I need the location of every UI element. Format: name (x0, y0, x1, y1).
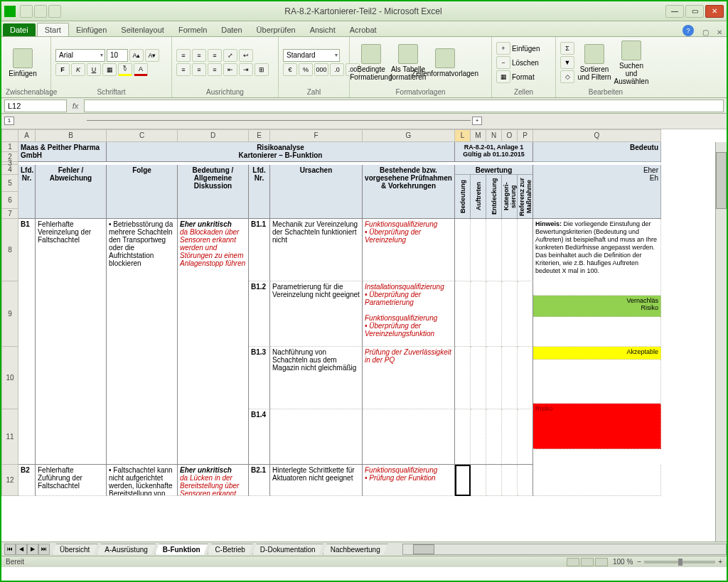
cell[interactable]: Bestehende bzw. vorgesehene Prüfnahmen &… (363, 165, 455, 219)
cell[interactable]: Lfd. Nr. (249, 165, 270, 219)
cell[interactable]: Auftreten (471, 175, 486, 219)
cell-grid[interactable]: Maas & Peither Pharma GmbHRisikoanalyseK… (18, 142, 661, 496)
tab-start[interactable]: Start (37, 23, 69, 36)
cell[interactable]: Bedeutung (455, 175, 471, 219)
paste-button[interactable]: Einfügen (6, 48, 40, 77)
cell[interactable]: Lfd. Nr. (18, 165, 36, 219)
horizontal-scrollbar[interactable] (402, 544, 727, 555)
cell[interactable]: B1 (18, 219, 36, 465)
align-left-icon[interactable]: ≡ (176, 63, 191, 76)
tab-ansicht[interactable]: Ansicht (303, 23, 343, 36)
cell[interactable] (471, 219, 486, 281)
cell[interactable]: Entdeckung (486, 175, 502, 219)
cell[interactable]: Installationsqualifizierung• Überprüfung… (363, 281, 455, 347)
cell[interactable] (502, 219, 518, 281)
column-header-B[interactable]: B (36, 129, 107, 142)
cell[interactable] (486, 281, 502, 347)
cell[interactable] (455, 219, 471, 281)
column-header-F[interactable]: F (270, 129, 363, 142)
cell[interactable]: Maas & Peither Pharma GmbH (18, 142, 107, 162)
cell[interactable]: Fehlerhafte Vereinzelung der Faltschacht… (36, 219, 107, 465)
cell[interactable] (270, 409, 363, 465)
cell[interactable] (533, 465, 661, 496)
inc-decimal-icon[interactable]: .0 (330, 63, 344, 76)
doc-close-icon[interactable]: ✕ (712, 28, 727, 36)
cell[interactable] (455, 281, 471, 347)
sheet-tab-übersicht[interactable]: Übersicht (52, 544, 97, 555)
tab-acrobat[interactable]: Acrobat (343, 23, 384, 36)
column-header-D[interactable]: D (178, 129, 249, 142)
font-color-icon[interactable]: A (134, 63, 148, 76)
align-top-icon[interactable]: ≡ (176, 49, 191, 62)
align-center-icon[interactable]: ≡ (192, 63, 206, 76)
indent-inc-icon[interactable]: ⇥ (239, 63, 253, 76)
cell[interactable]: Fehlerhafte Zuführung der Faltschachtel (36, 465, 107, 496)
cell[interactable] (455, 409, 471, 465)
cell[interactable]: B1.4 (249, 409, 270, 465)
cell[interactable]: RisikoanalyseKartonierer – B-Funktion (107, 142, 455, 162)
orientation-icon[interactable]: ⤢ (223, 49, 237, 62)
row-header-11[interactable]: 11 (1, 409, 18, 465)
row-header-4[interactable]: 4 (1, 165, 18, 175)
cell[interactable] (471, 347, 486, 409)
cell[interactable]: Akzeptable (533, 347, 661, 360)
cell[interactable]: Bedeutu (533, 142, 661, 162)
cell[interactable] (486, 347, 502, 409)
find-select-button[interactable]: Suchen und Auswählen (614, 41, 648, 85)
fill-icon[interactable]: ▼ (560, 56, 574, 69)
selected-cell[interactable] (455, 465, 471, 496)
column-header-G[interactable]: G (363, 129, 455, 142)
column-header-E[interactable]: E (249, 129, 270, 142)
cell[interactable]: B1.3 (249, 347, 270, 409)
cell[interactable] (486, 409, 502, 465)
cell[interactable]: Hinweis: Die vorliegende Einstufung der … (533, 219, 661, 296)
sheet-tab-d-dokumentation[interactable]: D-Dokumentation (252, 544, 323, 555)
column-header-M[interactable]: M (471, 129, 486, 142)
grow-font-icon[interactable]: A▴ (129, 49, 144, 62)
cell[interactable] (486, 465, 502, 496)
cell[interactable]: Bewertung (455, 165, 533, 175)
cell[interactable] (502, 281, 518, 347)
cell[interactable]: RA-8.2-01, Anlage 1Gültig ab 01.10.2015 (455, 142, 533, 162)
autosum-icon[interactable]: Σ (560, 42, 574, 55)
row-header-8[interactable]: 8 (1, 219, 18, 281)
align-bottom-icon[interactable]: ≡ (208, 49, 222, 62)
italic-icon[interactable]: K (71, 63, 85, 76)
zoom-out-icon[interactable]: − (637, 558, 641, 566)
tab-einfuegen[interactable]: Einfügen (69, 23, 114, 36)
tab-seitenlayout[interactable]: Seitenlayout (114, 23, 171, 36)
vertical-scrollbar[interactable] (715, 142, 727, 541)
zoom-slider[interactable] (644, 561, 715, 564)
sheet-tab-c-betrieb[interactable]: C-Betrieb (208, 544, 253, 555)
column-header-N[interactable]: N (486, 129, 502, 142)
outline-level-1[interactable]: 1 (4, 117, 14, 125)
redo-icon[interactable] (48, 5, 61, 18)
cell[interactable]: Fehler / Abweichung (36, 165, 107, 219)
ribbon-minimize-icon[interactable]: ▢ (698, 28, 712, 36)
cell[interactable] (455, 347, 471, 409)
shrink-font-icon[interactable]: A▾ (145, 49, 159, 62)
column-header-O[interactable]: O (502, 129, 518, 142)
underline-icon[interactable]: U (87, 63, 101, 76)
cell[interactable]: B1.2 (249, 281, 270, 347)
save-icon[interactable] (20, 5, 33, 18)
format-cells-icon[interactable]: ▦ (496, 70, 510, 83)
tab-nav-last-icon[interactable]: ⏭ (38, 544, 50, 555)
cell[interactable]: Bedeutung / Allgemeine Diskussion (178, 165, 249, 219)
merge-icon[interactable]: ⊞ (255, 63, 269, 76)
tab-formeln[interactable]: Formeln (171, 23, 214, 36)
cell[interactable]: • Faltschachtel kann nicht aufgerichtet … (107, 465, 178, 496)
cell[interactable] (471, 465, 486, 496)
zoom-level[interactable]: 100 % (613, 558, 633, 566)
sheet-tab-nachbewertung[interactable]: Nachbewertung (323, 544, 388, 555)
formula-input[interactable] (84, 99, 724, 112)
cell[interactable]: Kategori-sierung (502, 175, 518, 219)
insert-cells-icon[interactable]: + (496, 42, 510, 55)
row-header-5[interactable]: 5 (1, 175, 18, 192)
row-header-10[interactable]: 10 (1, 347, 18, 409)
cell[interactable]: B1.1 (249, 219, 270, 281)
row-header-6[interactable]: 6 (1, 192, 18, 209)
tab-nav-first-icon[interactable]: ⏮ (4, 544, 16, 555)
cell[interactable]: Funktionsqualifizierung• Überprüfung der… (363, 219, 455, 281)
align-middle-icon[interactable]: ≡ (192, 49, 206, 62)
